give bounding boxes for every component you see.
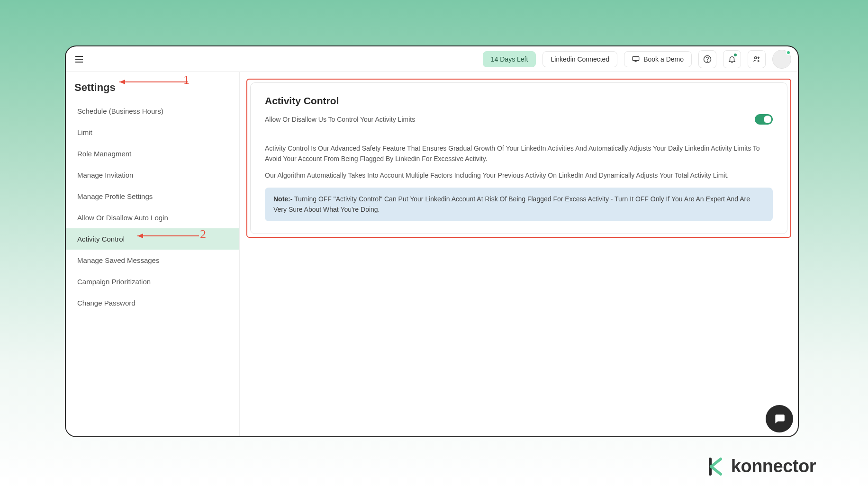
activity-control-card: Activity Control Allow Or Disallow Us To… [250, 82, 787, 234]
online-indicator [786, 50, 791, 55]
toggle-label: Allow Or Disallow Us To Control Your Act… [265, 116, 415, 123]
brand-name: konnector [731, 456, 816, 477]
sidebar-title: Settings [66, 72, 239, 100]
sidebar-item-label: Change Password [77, 299, 136, 307]
linkedin-status-button[interactable]: Linkedin Connected [542, 51, 617, 67]
note-label: Note:- [273, 195, 292, 203]
sidebar-item-label: Schedule (Business Hours) [77, 107, 163, 115]
sidebar-item-label: Role Managment [77, 150, 131, 158]
sidebar-item-label: Manage Saved Messages [77, 256, 159, 264]
brand: konnector [706, 456, 816, 477]
book-demo-label: Book a Demo [643, 55, 684, 63]
help-button[interactable] [698, 50, 716, 68]
topbar: 14 Days Left Linkedin Connected Book a D… [66, 46, 798, 72]
notifications-button[interactable] [723, 50, 741, 68]
sidebar-item-schedule[interactable]: Schedule (Business Hours) [66, 100, 239, 122]
brand-logo-icon [706, 457, 725, 476]
trial-badge-label: 14 Days Left [491, 55, 528, 63]
svg-point-6 [755, 56, 757, 59]
svg-rect-1 [75, 59, 83, 60]
sidebar-item-label: Activity Control [77, 235, 125, 243]
highlight-frame: Activity Control Allow Or Disallow Us To… [246, 79, 791, 238]
chat-button[interactable] [766, 405, 793, 432]
hamburger-icon [75, 56, 83, 63]
menu-button[interactable] [72, 53, 86, 66]
note-box: Note:- Turning OFF "Activity Control" Ca… [265, 188, 773, 221]
presentation-icon [632, 56, 640, 63]
switch-user-button[interactable] [748, 50, 766, 68]
activity-control-toggle[interactable] [755, 114, 773, 125]
sidebar-item-label: Manage Invitation [77, 171, 133, 179]
sidebar-item-label: Limit [77, 128, 92, 136]
description-2: Our Algorithm Automatically Takes Into A… [265, 171, 773, 181]
card-title: Activity Control [265, 95, 773, 107]
chat-icon [773, 413, 786, 425]
user-switch-icon [752, 55, 761, 63]
sidebar-item-manage-profile[interactable]: Manage Profile Settings [66, 186, 239, 207]
sidebar-item-label: Campaign Prioritization [77, 278, 151, 286]
sidebar-item-saved-messages[interactable]: Manage Saved Messages [66, 250, 239, 271]
sidebar-item-activity-control[interactable]: Activity Control [66, 228, 239, 250]
svg-point-5 [707, 61, 707, 61]
sidebar-item-change-password[interactable]: Change Password [66, 292, 239, 314]
sidebar-item-campaign-prioritization[interactable]: Campaign Prioritization [66, 271, 239, 292]
sidebar: Settings Schedule (Business Hours) Limit… [66, 72, 240, 436]
trial-badge[interactable]: 14 Days Left [483, 51, 536, 67]
svg-rect-2 [75, 62, 83, 63]
sidebar-item-role-management[interactable]: Role Managment [66, 143, 239, 164]
help-icon [703, 55, 712, 63]
avatar-menu[interactable] [772, 50, 791, 69]
svg-rect-3 [633, 56, 639, 60]
sidebar-item-label: Allow Or Disallow Auto Login [77, 214, 168, 222]
sidebar-item-limit[interactable]: Limit [66, 122, 239, 143]
sidebar-item-auto-login[interactable]: Allow Or Disallow Auto Login [66, 207, 239, 228]
sidebar-item-manage-invitation[interactable]: Manage Invitation [66, 164, 239, 186]
description-1: Activity Control Is Our Advanced Safety … [265, 144, 773, 164]
svg-rect-0 [75, 56, 83, 57]
book-demo-button[interactable]: Book a Demo [624, 51, 692, 67]
linkedin-status-label: Linkedin Connected [551, 55, 609, 63]
sidebar-item-label: Manage Profile Settings [77, 192, 153, 200]
notification-dot [734, 54, 737, 56]
note-text: Turning OFF "Activity Control" Can Put Y… [273, 195, 750, 213]
app-window: 14 Days Left Linkedin Connected Book a D… [65, 45, 799, 437]
toggle-row: Allow Or Disallow Us To Control Your Act… [265, 114, 773, 125]
main-area: Activity Control Allow Or Disallow Us To… [240, 72, 798, 436]
